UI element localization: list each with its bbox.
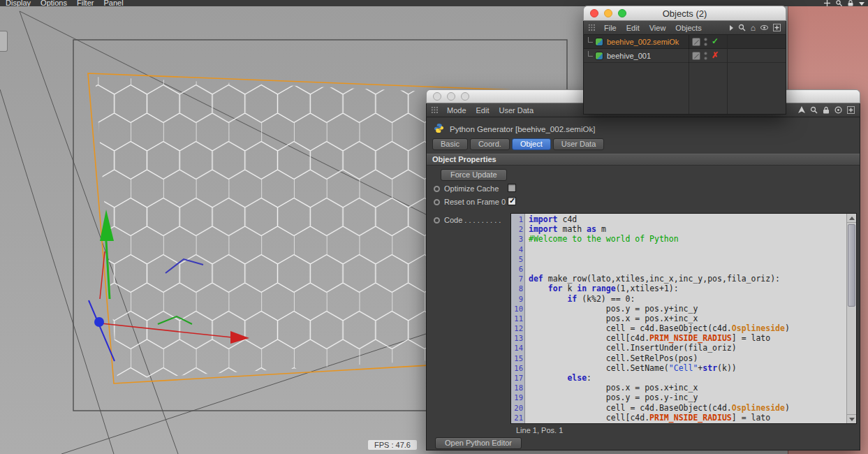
code-text: if (k%2) == 0:: [529, 294, 635, 304]
scrollbar-thumb[interactable]: [848, 224, 855, 307]
dial-icon[interactable]: [434, 199, 440, 205]
dial-icon[interactable]: [434, 217, 440, 224]
lock-icon[interactable]: [823, 106, 830, 114]
property-row-optimize-cache: Optimize Cache: [434, 183, 643, 194]
om-menubar-icons: ⌂: [730, 24, 786, 31]
am-menu-user-data[interactable]: User Data: [494, 106, 539, 115]
property-label: Optimize Cache: [444, 184, 499, 193]
zoom-icon[interactable]: [618, 9, 626, 17]
line-number: 5: [511, 254, 523, 264]
property-row-reset-on-frame: Reset on Frame 0: [434, 196, 643, 207]
line-number: 3: [511, 234, 523, 244]
code-line: 15 cell.SetRelPos(pos): [511, 353, 846, 363]
window-controls: [433, 92, 469, 101]
object-name: beehive_001: [607, 52, 651, 60]
om-menu-objects[interactable]: Objects: [670, 24, 706, 32]
chevron-down-icon[interactable]: [859, 1, 865, 6]
code-line: 8 for k in range(1,xtiles+1):: [511, 284, 846, 293]
drag-grip-icon[interactable]: [431, 106, 439, 114]
am-menu-edit[interactable]: Edit: [471, 106, 494, 115]
tab-coord-[interactable]: Coord.: [470, 138, 510, 150]
drag-grip-icon[interactable]: [588, 24, 596, 31]
layer-icon[interactable]: [692, 52, 700, 60]
code-line: 19 pos.y = pos.y-inc_y: [511, 393, 846, 402]
line-number: 21: [511, 413, 523, 423]
search-icon[interactable]: [810, 106, 818, 114]
line-number: 8: [511, 284, 523, 293]
object-manager-titlebar[interactable]: Objects (2): [583, 6, 786, 21]
python-generator-icon: [595, 52, 603, 60]
tab-bar: BasicCoord.ObjectUser Data: [432, 138, 604, 150]
line-number: 9: [511, 294, 523, 304]
minimize-icon[interactable]: [447, 92, 455, 101]
editor-scrollbar[interactable]: [846, 214, 856, 423]
add-icon[interactable]: [773, 24, 781, 31]
code-text: cell = c4d.BaseObject(c4d.Osplineside): [529, 403, 790, 413]
line-number: 6: [511, 264, 523, 274]
menu-options[interactable]: Options: [41, 0, 67, 6]
force-update-button[interactable]: Force Update: [441, 169, 507, 181]
move-icon[interactable]: [824, 0, 830, 6]
code-text: pos.x = pos.x+inc_x: [529, 383, 698, 393]
am-menu-mode[interactable]: Mode: [442, 106, 471, 115]
search-icon[interactable]: [738, 24, 746, 31]
viewport-menu-list: DisplayOptionsFilterPanel: [6, 0, 133, 6]
code-text: pos.y = pos.y-inc_y: [529, 393, 698, 402]
python-code-editor[interactable]: 1import c4d2import math as m3#Welcome to…: [510, 213, 857, 424]
tab-user-data[interactable]: User Data: [553, 138, 605, 150]
am-menubar-icons: [798, 106, 860, 114]
menu-panel[interactable]: Panel: [103, 0, 123, 6]
close-icon[interactable]: [433, 92, 441, 101]
om-menu-file[interactable]: File: [599, 24, 621, 32]
viewport-side-tab[interactable]: [0, 31, 8, 52]
line-number: 14: [511, 343, 523, 353]
line-number: 22: [511, 423, 523, 423]
code-line: 13 cell[c4d.PRIM_NSIDE_RADIUS] = lato: [511, 333, 846, 343]
menu-overflow-icon[interactable]: [730, 25, 733, 31]
code-line: 16 cell.SetName("Cell"+str(k)): [511, 363, 846, 373]
object-row[interactable]: beehive_002.semiOk✓: [584, 35, 786, 49]
visibility-dots-icon[interactable]: [704, 38, 707, 46]
code-line: 2import math as m: [511, 224, 846, 234]
code-line: 4: [511, 244, 846, 254]
optimize-cache-checkbox[interactable]: [508, 184, 516, 192]
x-axis-red-short: [100, 251, 105, 299]
search-icon[interactable]: [836, 0, 842, 6]
nav-arrow-icon[interactable]: [798, 106, 805, 114]
am-menu-list: ModeEditUser Data: [442, 106, 538, 115]
close-icon[interactable]: [590, 9, 598, 17]
code-line: 18 pos.x = pos.x+inc_x: [511, 383, 846, 393]
eye-icon[interactable]: [760, 25, 768, 30]
generator-enabled-icon[interactable]: ✓: [710, 36, 720, 46]
layer-icon[interactable]: [692, 38, 700, 46]
menu-filter[interactable]: Filter: [77, 0, 94, 6]
line-number: 7: [511, 274, 523, 284]
line-number: 18: [511, 383, 523, 393]
code-text: pos.y = pos.y+inc_y: [529, 304, 698, 314]
home-icon[interactable]: ⌂: [751, 24, 756, 31]
om-menu-edit[interactable]: Edit: [621, 24, 645, 32]
code-line: 11 pos.x = pos.x+inc_x: [511, 314, 846, 323]
code-label: Code . . . . . . . . .: [444, 216, 501, 224]
reset-on-frame-checkbox[interactable]: [508, 197, 516, 205]
tab-object[interactable]: Object: [512, 138, 551, 150]
lock-icon[interactable]: [848, 0, 853, 6]
dial-icon[interactable]: [434, 186, 440, 192]
scroll-down-icon[interactable]: [847, 414, 856, 423]
tab-basic[interactable]: Basic: [432, 138, 468, 150]
menu-display[interactable]: Display: [6, 0, 31, 6]
target-icon[interactable]: [834, 106, 842, 114]
scroll-up-icon[interactable]: [847, 214, 856, 223]
add-icon[interactable]: [847, 106, 855, 114]
section-header[interactable]: Object Properties: [427, 154, 860, 166]
zoom-icon[interactable]: [461, 92, 469, 101]
om-menu-view[interactable]: View: [645, 24, 671, 32]
object-row[interactable]: beehive_001✗: [584, 49, 786, 63]
visibility-dots-icon[interactable]: [704, 52, 707, 60]
minimize-icon[interactable]: [604, 9, 612, 17]
code-text: cell[c4d.PRIM_NSIDE_RADIUS] = lato: [529, 333, 770, 343]
open-python-editor-button[interactable]: Open Python Editor: [435, 437, 522, 449]
generator-disabled-icon[interactable]: ✗: [710, 50, 720, 60]
code-line: 5: [511, 254, 846, 264]
code-text: cell = c4d.BaseObject(c4d.Osplineside): [529, 323, 790, 333]
